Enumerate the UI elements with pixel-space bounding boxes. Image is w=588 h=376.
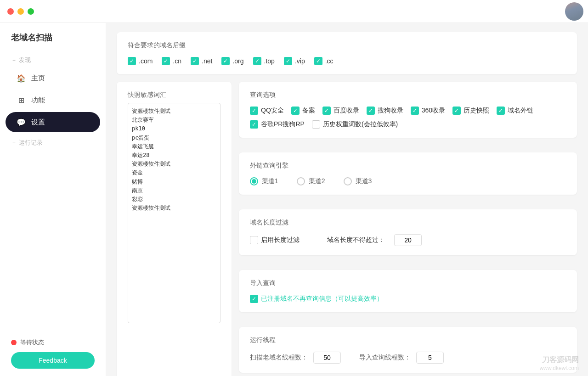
import-query-checkbox[interactable]: ✓ bbox=[250, 295, 258, 303]
option-google-pr-checkbox[interactable]: ✓ bbox=[250, 120, 258, 129]
suffix-org[interactable]: ✓ .org bbox=[221, 57, 243, 65]
import-thread-label: 导入查询线程数： bbox=[359, 354, 411, 362]
suffix-cn-checkbox[interactable]: ✓ bbox=[162, 57, 170, 65]
option-baidu-checkbox[interactable]: ✓ bbox=[322, 107, 331, 115]
channel-3-radio[interactable] bbox=[344, 177, 352, 185]
scan-thread-label: 扫描老域名线程数： bbox=[250, 354, 308, 362]
import-query-label: 已注册域名不再查询信息（可以提高效率） bbox=[261, 295, 383, 303]
option-history-snapshot[interactable]: ✓ 历史快照 bbox=[452, 107, 489, 115]
suffix-top-label: .top bbox=[264, 57, 275, 65]
channel-3[interactable]: 渠道3 bbox=[344, 177, 372, 185]
suffix-top-checkbox[interactable]: ✓ bbox=[253, 57, 261, 65]
settings-icon: 💬 bbox=[17, 118, 26, 127]
option-360[interactable]: ✓ 360收录 bbox=[411, 107, 445, 115]
option-google-pr[interactable]: ✓ 谷歌PR搜狗RP bbox=[250, 120, 305, 129]
sensitive-words-section: 快照敏感词汇 资源楼软件测试 北京赛车 pk10 pc蛋蛋 幸运飞艇 幸运28 … bbox=[117, 82, 232, 376]
channel-2-label: 渠道2 bbox=[309, 177, 325, 185]
sidebar-item-settings[interactable]: 💬 设置 bbox=[6, 112, 100, 132]
home-icon: 🏠 bbox=[17, 73, 26, 83]
sensitive-textarea[interactable]: 资源楼软件测试 北京赛车 pk10 pc蛋蛋 幸运飞艇 幸运28 资源楼软件测试… bbox=[128, 103, 220, 323]
option-history-weight-checkbox[interactable] bbox=[312, 120, 320, 129]
close-dot[interactable] bbox=[7, 8, 14, 15]
suffix-vip[interactable]: ✓ .vip bbox=[284, 57, 305, 65]
avatar[interactable] bbox=[565, 2, 583, 21]
threads-title: 运行线程 bbox=[250, 336, 566, 344]
channel-1-radio[interactable] bbox=[250, 177, 258, 185]
suffix-cn[interactable]: ✓ .cn bbox=[162, 57, 181, 65]
option-qq-checkbox[interactable]: ✓ bbox=[250, 107, 258, 115]
threads-section: 运行线程 扫描老域名线程数： 导入查询线程数： bbox=[239, 327, 577, 373]
import-query-title: 导入查询 bbox=[250, 279, 566, 287]
import-query-section: 导入查询 ✓ 已注册域名不再查询信息（可以提高效率） bbox=[239, 270, 577, 312]
enable-length-filter[interactable]: 启用长度过滤 bbox=[250, 236, 300, 244]
channel-radio-group: 渠道1 渠道2 渠道3 bbox=[250, 177, 566, 185]
suffix-org-label: .org bbox=[232, 57, 243, 65]
sidebar-item-home[interactable]: 🏠 主页 bbox=[6, 68, 100, 88]
option-baidu-label: 百度收录 bbox=[334, 107, 359, 115]
domain-length-title: 域名长度过滤 bbox=[250, 219, 566, 227]
avatar-image bbox=[565, 2, 583, 21]
minimize-dot[interactable] bbox=[17, 8, 24, 15]
window-controls bbox=[7, 8, 34, 15]
option-360-checkbox[interactable]: ✓ bbox=[411, 107, 419, 115]
option-history-snapshot-checkbox[interactable]: ✓ bbox=[452, 107, 461, 115]
sidebar-section-discover: － 发现 bbox=[0, 51, 106, 67]
sidebar-section-log: － 运行记录 bbox=[0, 133, 106, 150]
channel-2[interactable]: 渠道2 bbox=[297, 177, 325, 185]
main-content: 符合要求的域名后缀 ✓ .com ✓ .cn ✓ .net ✓ .org bbox=[106, 0, 588, 376]
sidebar-item-feature[interactable]: ⊞ 功能 bbox=[6, 90, 100, 110]
suffix-top[interactable]: ✓ .top bbox=[253, 57, 275, 65]
option-history-weight[interactable]: 历史权重词数(会拉低效率) bbox=[312, 120, 398, 129]
suffix-cc-label: .cc bbox=[325, 57, 334, 65]
option-qq[interactable]: ✓ QQ安全 bbox=[250, 107, 284, 115]
status-text: 等待状态 bbox=[20, 338, 44, 347]
sidebar-settings-label: 设置 bbox=[31, 118, 45, 127]
option-external-link-checkbox[interactable]: ✓ bbox=[497, 107, 505, 115]
app-title: 老域名扫描 bbox=[0, 23, 106, 51]
external-link-title: 外链查询引擎 bbox=[250, 162, 566, 170]
option-360-label: 360收录 bbox=[422, 107, 445, 115]
option-google-pr-label: 谷歌PR搜狗RP bbox=[261, 120, 305, 129]
channel-1-label: 渠道1 bbox=[262, 177, 278, 185]
channel-2-radio[interactable] bbox=[297, 177, 305, 185]
domain-suffixes-list: ✓ .com ✓ .cn ✓ .net ✓ .org ✓ .top bbox=[128, 57, 566, 65]
suffix-vip-checkbox[interactable]: ✓ bbox=[284, 57, 292, 65]
suffix-net[interactable]: ✓ .net bbox=[191, 57, 212, 65]
import-thread-item: 导入查询线程数： bbox=[359, 352, 444, 364]
domain-length-row: 启用长度过滤 域名长度不得超过： bbox=[250, 234, 566, 246]
suffix-com-checkbox[interactable]: ✓ bbox=[128, 57, 136, 65]
sensitive-card: 快照敏感词汇 资源楼软件测试 北京赛车 pk10 pc蛋蛋 幸运飞艇 幸运28 … bbox=[117, 82, 232, 376]
enable-length-filter-checkbox[interactable] bbox=[250, 236, 258, 244]
sidebar-bottom: 等待状态 Feedback bbox=[0, 331, 106, 376]
feedback-button[interactable]: Feedback bbox=[11, 352, 95, 369]
sidebar-feature-label: 功能 bbox=[31, 96, 45, 105]
sidebar-home-label: 主页 bbox=[31, 74, 45, 83]
channel-3-label: 渠道3 bbox=[356, 177, 372, 185]
suffix-vip-label: .vip bbox=[295, 57, 305, 65]
settings-main-row: 快照敏感词汇 资源楼软件测试 北京赛车 pk10 pc蛋蛋 幸运飞艇 幸运28 … bbox=[117, 82, 577, 376]
maximize-dot[interactable] bbox=[28, 8, 34, 15]
option-external-link[interactable]: ✓ 域名外链 bbox=[497, 107, 533, 115]
suffix-net-label: .net bbox=[202, 57, 212, 65]
suffix-org-checkbox[interactable]: ✓ bbox=[221, 57, 230, 65]
max-length-input[interactable] bbox=[394, 234, 422, 246]
option-sogou-checkbox[interactable]: ✓ bbox=[367, 107, 375, 115]
channel-1[interactable]: 渠道1 bbox=[250, 177, 278, 185]
import-thread-input[interactable] bbox=[416, 352, 444, 364]
option-beian-checkbox[interactable]: ✓ bbox=[291, 107, 300, 115]
external-link-section: 外链查询引擎 渠道1 渠道2 渠道3 bbox=[239, 152, 577, 195]
import-query-option[interactable]: ✓ 已注册域名不再查询信息（可以提高效率） bbox=[250, 295, 566, 303]
thread-row: 扫描老域名线程数： 导入查询线程数： bbox=[250, 352, 566, 364]
scan-thread-input[interactable] bbox=[313, 352, 341, 364]
suffix-cn-label: .cn bbox=[173, 57, 181, 65]
suffix-cc-checkbox[interactable]: ✓ bbox=[314, 57, 322, 65]
status-indicator bbox=[11, 340, 17, 345]
suffix-com[interactable]: ✓ .com bbox=[128, 57, 153, 65]
query-options-section: 查询选项 ✓ QQ安全 ✓ 备案 ✓ 百度收录 bbox=[239, 82, 577, 138]
suffix-net-checkbox[interactable]: ✓ bbox=[191, 57, 199, 65]
suffix-cc[interactable]: ✓ .cc bbox=[314, 57, 334, 65]
option-sogou[interactable]: ✓ 搜狗收录 bbox=[367, 107, 403, 115]
option-beian[interactable]: ✓ 备案 bbox=[291, 107, 315, 115]
option-baidu[interactable]: ✓ 百度收录 bbox=[322, 107, 359, 115]
option-history-snapshot-label: 历史快照 bbox=[464, 107, 489, 115]
